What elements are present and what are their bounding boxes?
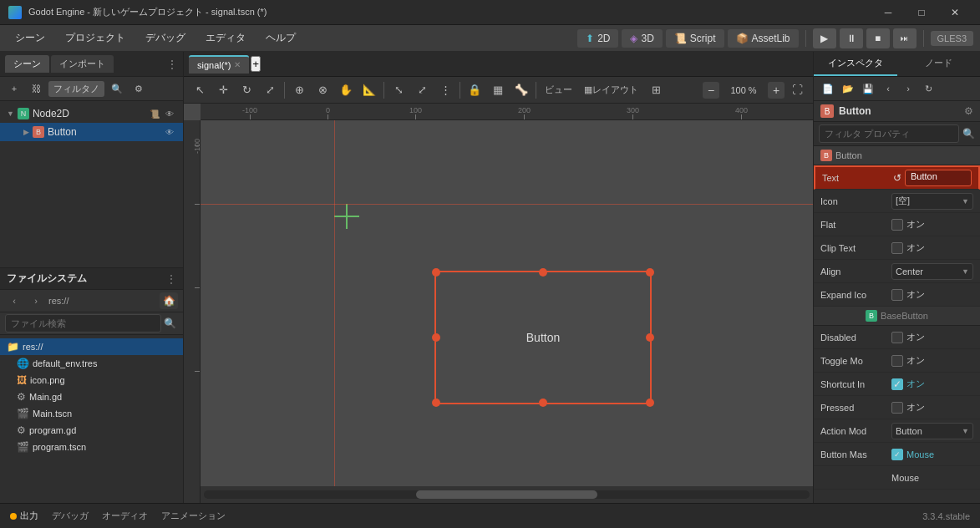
handle-tl[interactable]	[432, 268, 440, 277]
zoom-out-button[interactable]: −	[703, 82, 719, 99]
output-tab[interactable]: 出力	[10, 510, 38, 522]
add-tab-button[interactable]: +	[251, 56, 261, 72]
scene-tab-more[interactable]: ⋮	[166, 58, 178, 71]
move-tool[interactable]: ✛	[212, 79, 234, 101]
view-button[interactable]: ビュー	[540, 79, 577, 101]
fs-item-main-gd[interactable]: ⚙ Main.gd	[0, 388, 183, 405]
stop-button[interactable]: ⏹	[866, 28, 890, 48]
handle-br[interactable]	[646, 399, 654, 407]
search-scene-button[interactable]: 🔍	[108, 79, 126, 98]
fs-item-icon-png[interactable]: 🖼 icon.png	[0, 372, 183, 388]
handle-ml[interactable]	[432, 333, 440, 342]
audio-tab[interactable]: オーディオ	[102, 510, 148, 522]
filter-input[interactable]	[819, 124, 959, 143]
fs-item-program-gd[interactable]: ⚙ program.gd	[0, 422, 183, 439]
compress-tool[interactable]: ⤢	[411, 79, 433, 101]
signal-tab[interactable]: signal(*) ✕	[189, 55, 249, 74]
fs-home-button[interactable]: 🏠	[160, 292, 178, 309]
button-node[interactable]: Button	[434, 271, 652, 404]
inspector-settings-icon[interactable]: ⚙	[964, 105, 973, 117]
insp-save-btn[interactable]: 💾	[859, 79, 877, 98]
link-node-button[interactable]: ⛓	[27, 79, 45, 98]
debugger-tab[interactable]: デバッガ	[52, 510, 89, 522]
insp-folder-btn[interactable]: 📂	[839, 79, 857, 98]
maximize-button[interactable]: □	[905, 0, 938, 25]
import-tab[interactable]: インポート	[51, 55, 114, 73]
play-button[interactable]: ▶	[813, 28, 836, 48]
pause-button[interactable]: ⏸	[840, 28, 863, 48]
node2d-script-btn[interactable]: 📜	[148, 107, 161, 120]
pressed-checkbox[interactable]	[891, 402, 903, 414]
handle-bc[interactable]	[539, 399, 547, 407]
signal-tab-close[interactable]: ✕	[234, 60, 241, 69]
scene-options-button[interactable]: ⚙	[129, 79, 148, 98]
insp-prev-btn[interactable]: ‹	[879, 79, 897, 98]
scale-tool[interactable]: ⤢	[259, 79, 281, 101]
hscroll-track[interactable]	[204, 490, 810, 499]
node2d-visible-btn[interactable]: 👁	[163, 107, 176, 120]
lock-tool[interactable]: 🔒	[464, 79, 485, 101]
fs-item-main-tscn[interactable]: 🎬 Main.tscn	[0, 405, 183, 422]
mode-2d-button[interactable]: ⬆ 2D	[577, 29, 618, 48]
flat-checkbox[interactable]	[891, 219, 903, 231]
tree-item-button[interactable]: ▶ B Button 👁	[0, 123, 183, 141]
fs-item-program-tscn[interactable]: 🎬 program.tscn	[0, 439, 183, 455]
close-button[interactable]: ✕	[938, 0, 972, 25]
mode-3d-button[interactable]: ◈ 3D	[622, 29, 662, 48]
inspector-tab[interactable]: インスペクタ	[814, 52, 897, 76]
action-mode-prop-dropdown[interactable]: Button ▼	[891, 423, 973, 439]
fullscreen-button[interactable]: ⛶	[786, 79, 808, 101]
handle-tc[interactable]	[539, 268, 547, 277]
menu-editor[interactable]: エディタ	[197, 28, 254, 48]
menu-project[interactable]: プロジェクト	[57, 28, 134, 48]
expand-ico-checkbox[interactable]	[891, 289, 903, 301]
ruler-tool[interactable]: 📐	[358, 79, 380, 101]
fs-back-button[interactable]: ‹	[5, 292, 23, 309]
select-tool[interactable]: ↖	[189, 79, 211, 101]
rotate-tool[interactable]: ↻	[236, 79, 257, 101]
node-tab[interactable]: ノード	[897, 52, 981, 76]
layout-button[interactable]: ▦ レイアウト	[579, 79, 643, 101]
icon-prop-dropdown[interactable]: [空] ▼	[891, 193, 973, 210]
group-tool[interactable]: ▦	[487, 79, 509, 101]
insp-refresh-btn[interactable]: ↻	[919, 79, 937, 98]
expand-tool[interactable]: ⤡	[388, 79, 409, 101]
snap-tool[interactable]: ⊞	[645, 79, 667, 101]
shortcut-in-checkbox[interactable]: ✓	[891, 378, 903, 390]
bone-tool[interactable]: 🦴	[510, 79, 532, 101]
button-mask-checkbox[interactable]: ✓	[891, 449, 903, 460]
filter-input-scene[interactable]: フィルタノ	[48, 81, 104, 97]
handle-bl[interactable]	[432, 399, 440, 407]
align-prop-dropdown[interactable]: Center ▼	[891, 263, 973, 280]
next-button[interactable]: ⏭	[893, 28, 917, 48]
handle-mr[interactable]	[646, 333, 654, 342]
text-prop-icon[interactable]: ↺	[893, 172, 901, 184]
tree-item-node2d[interactable]: ▼ N Node2D 📜 👁	[0, 104, 183, 123]
viewport[interactable]: -100 0 100 200 300	[184, 104, 813, 503]
filesystem-more[interactable]: ⋮	[166, 273, 176, 285]
fs-item-res[interactable]: 📁 res://	[0, 338, 183, 355]
text-prop-input[interactable]: Button	[905, 170, 972, 186]
pivot-tool[interactable]: ⊕	[288, 79, 310, 101]
fs-forward-button[interactable]: ›	[27, 292, 45, 309]
hscroll-thumb[interactable]	[416, 490, 598, 499]
pan-tool[interactable]: ✋	[335, 79, 357, 101]
filter-search-icon[interactable]: 🔍	[962, 128, 975, 140]
animation-tab[interactable]: アニメーション	[161, 510, 226, 522]
mode-assetlib-button[interactable]: 📦 AssetLib	[728, 29, 799, 48]
scene-tab[interactable]: シーン	[5, 55, 49, 73]
menu-help[interactable]: ヘルプ	[257, 28, 304, 48]
handle-tr[interactable]	[646, 268, 654, 277]
anchor-tool[interactable]: ⊗	[312, 79, 333, 101]
add-node-button[interactable]: +	[5, 79, 23, 98]
fs-search-input[interactable]	[5, 314, 161, 333]
menu-debug[interactable]: デバッグ	[137, 28, 194, 48]
mode-script-button[interactable]: 📜 Script	[666, 29, 724, 48]
canvas-area[interactable]: Button	[201, 120, 813, 486]
tree-arrow-button[interactable]: ▶	[23, 128, 29, 136]
more-tools[interactable]: ⋮	[434, 79, 456, 101]
toggle-mode-checkbox[interactable]	[891, 355, 903, 367]
insp-next-btn[interactable]: ›	[899, 79, 917, 98]
tree-arrow-node2d[interactable]: ▼	[7, 109, 14, 118]
menu-scene[interactable]: シーン	[7, 28, 53, 48]
